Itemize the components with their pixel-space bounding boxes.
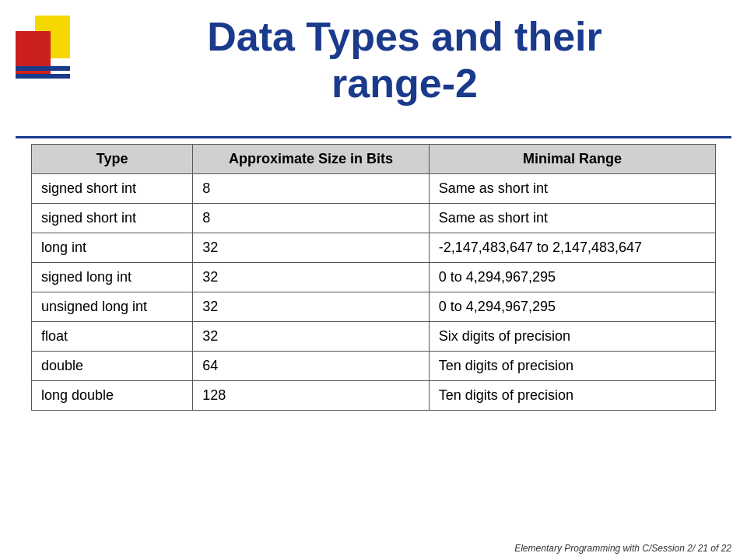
table-cell-7-1: 128 xyxy=(193,381,430,411)
table-row: signed short int8Same as short int xyxy=(32,204,716,233)
table-cell-0-2: Same as short int xyxy=(429,174,715,204)
table-cell-6-2: Ten digits of precision xyxy=(429,352,715,381)
table-cell-3-2: 0 to 4,294,967,295 xyxy=(429,263,715,292)
table-cell-3-1: 32 xyxy=(193,263,430,292)
slide-title: Data Types and their range-2 xyxy=(78,14,731,107)
table-cell-6-0: double xyxy=(32,352,193,381)
table-cell-4-2: 0 to 4,294,967,295 xyxy=(429,292,715,322)
title-line2: range-2 xyxy=(78,61,731,107)
col-header-size: Approximate Size in Bits xyxy=(193,145,430,174)
table-row: unsigned long int320 to 4,294,967,295 xyxy=(32,292,716,322)
title-line1: Data Types and their xyxy=(78,14,731,61)
table-cell-5-2: Six digits of precision xyxy=(429,322,715,352)
table-cell-4-1: 32 xyxy=(193,292,430,322)
table-cell-0-0: signed short int xyxy=(32,174,193,204)
table-cell-2-1: 32 xyxy=(193,233,430,263)
slide-footer: Elementary Programming with C/Session 2/… xyxy=(514,543,731,554)
table-cell-6-1: 64 xyxy=(193,352,430,381)
table-header-row: Type Approximate Size in Bits Minimal Ra… xyxy=(32,145,716,174)
title-divider xyxy=(16,136,731,138)
table-cell-1-1: 8 xyxy=(193,204,430,233)
table-cell-0-1: 8 xyxy=(193,174,430,204)
table-cell-2-0: long int xyxy=(32,233,193,263)
decoration-top-left xyxy=(16,16,70,117)
table-cell-5-0: float xyxy=(32,322,193,352)
table-cell-1-0: signed short int xyxy=(32,204,193,233)
col-header-range: Minimal Range xyxy=(429,145,715,174)
table-cell-2-2: -2,147,483,647 to 2,147,483,647 xyxy=(429,233,715,263)
table-cell-7-0: long double xyxy=(32,381,193,411)
table-cell-4-0: unsigned long int xyxy=(32,292,193,322)
table-cell-1-2: Same as short int xyxy=(429,204,715,233)
deco-blue-line-2 xyxy=(16,74,70,79)
table-wrapper: Type Approximate Size in Bits Minimal Ra… xyxy=(31,144,716,521)
table-row: signed long int320 to 4,294,967,295 xyxy=(32,263,716,292)
slide: Data Types and their range-2 Type Approx… xyxy=(0,0,747,560)
table-cell-7-2: Ten digits of precision xyxy=(429,381,715,411)
deco-blue-line-1 xyxy=(16,66,70,71)
table-row: long double128Ten digits of precision xyxy=(32,381,716,411)
table-row: long int32-2,147,483,647 to 2,147,483,64… xyxy=(32,233,716,263)
col-header-type: Type xyxy=(32,145,193,174)
data-types-table: Type Approximate Size in Bits Minimal Ra… xyxy=(31,144,716,411)
table-cell-5-1: 32 xyxy=(193,322,430,352)
table-row: float32Six digits of precision xyxy=(32,322,716,352)
table-cell-3-0: signed long int xyxy=(32,263,193,292)
table-row: signed short int8Same as short int xyxy=(32,174,716,204)
table-row: double64Ten digits of precision xyxy=(32,352,716,381)
